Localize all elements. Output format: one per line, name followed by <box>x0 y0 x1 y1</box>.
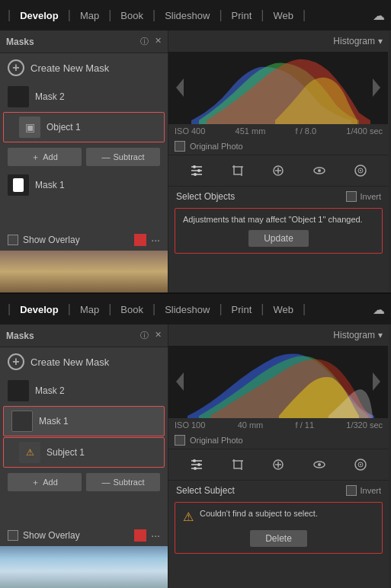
mask1-item-top[interactable]: Mask 1 <box>0 171 168 200</box>
overlay-color-bottom[interactable] <box>134 529 146 542</box>
subtract-btn-bottom[interactable]: — Subtract <box>86 473 160 491</box>
radial-icon-bottom[interactable] <box>350 454 371 475</box>
show-overlay-label-top: Show Overlay <box>23 235 130 245</box>
mask1-item-bottom[interactable]: Mask 1 <box>3 406 165 436</box>
nav-item-map-b[interactable]: Map <box>74 301 105 318</box>
tool-icons-row-bottom <box>168 449 389 481</box>
exif-aperture-top: f / 8.0 <box>296 126 317 136</box>
original-photo-checkbox-bottom[interactable] <box>175 435 185 446</box>
show-overlay-checkbox-top[interactable] <box>8 235 18 245</box>
subtract-label-bottom: Subtract <box>114 478 145 487</box>
show-overlay-label-bottom: Show Overlay <box>23 530 130 541</box>
nav-item-book[interactable]: Book <box>114 7 149 24</box>
nav-item-develop-b[interactable]: Develop <box>14 301 65 318</box>
plus-circle-bottom: + <box>8 353 24 370</box>
overlay-dots-top[interactable]: ··· <box>151 234 160 246</box>
histogram-header-top: Histogram ▾ <box>168 30 389 52</box>
subtract-label-top: Subtract <box>114 152 145 161</box>
masks-close-icon-b[interactable]: ✕ <box>155 330 162 341</box>
tool-icons-row-top <box>168 155 389 187</box>
histogram-canvas-bottom <box>168 346 388 418</box>
original-photo-checkbox-top[interactable] <box>175 141 185 152</box>
select-subject-header-bottom: Select Subject Invert <box>168 481 389 499</box>
subtract-btn-top[interactable]: — Subtract <box>86 148 160 166</box>
subject1-item-bottom[interactable]: ⚠ Subject 1 <box>3 437 165 468</box>
invert-checkbox-top[interactable] <box>346 191 357 202</box>
nav-item-slideshow-top[interactable]: Slideshow <box>159 7 216 24</box>
invert-label-bottom: Invert <box>360 486 381 495</box>
radial-icon-top[interactable] <box>350 160 371 181</box>
invert-label-top: Invert <box>360 192 381 201</box>
add-subtract-row-bottom: ＋ Add — Subtract <box>0 468 168 496</box>
overlay-dots-bottom[interactable]: ··· <box>151 529 160 542</box>
nav-item-print[interactable]: Print <box>226 7 258 24</box>
nav-item-map[interactable]: Map <box>74 7 105 24</box>
histogram-arrow-top[interactable]: ▾ <box>378 36 383 46</box>
exif-row-bottom: ISO 100 40 mm f / 11 1/320 sec <box>168 418 389 432</box>
nav-sep-1-b: | <box>68 302 71 316</box>
eye-icon-top[interactable] <box>309 160 330 181</box>
original-photo-row-top: Original Photo <box>168 138 389 155</box>
masks-info-icon[interactable]: ⓘ <box>140 36 149 47</box>
nav-item-web-b[interactable]: Web <box>267 301 300 318</box>
add-icon-top: ＋ <box>31 152 40 163</box>
image-preview-top <box>0 251 168 292</box>
nav-item-web[interactable]: Web <box>267 7 300 24</box>
notification-btn-row-bottom: Delete <box>183 530 374 547</box>
nav-separator-left-b: | <box>8 302 11 316</box>
add-subtract-row-top: ＋ Add — Subtract <box>0 143 168 171</box>
show-overlay-checkbox-bottom[interactable] <box>8 530 18 541</box>
histogram-title-bottom: Histogram <box>333 330 375 340</box>
exif-aperture-bottom: f / 11 <box>296 420 314 430</box>
top-left-panel: Masks ⓘ ✕ + Create New Mask Mask 2 ▣ Obj… <box>0 30 168 292</box>
warning-icon-bottom: ⚠ <box>183 510 194 524</box>
overlay-color-top[interactable] <box>134 234 146 246</box>
cloud-icon[interactable]: ☁ <box>373 8 385 23</box>
masks-info-icon-b[interactable]: ⓘ <box>140 330 149 341</box>
show-overlay-row-top: Show Overlay ··· <box>0 229 168 251</box>
nav-sep-3: | <box>152 8 155 22</box>
sliders-icon-top[interactable] <box>186 160 207 181</box>
mask2-item-bottom[interactable]: Mask 2 <box>0 376 168 405</box>
top-right-panel: Histogram ▾ ISO 400 451 <box>168 30 389 292</box>
nav-item-slideshow-bottom[interactable]: Slideshow <box>159 301 216 318</box>
histogram-arrow-bottom[interactable]: ▾ <box>378 330 383 340</box>
nav-sep-2: | <box>108 8 111 22</box>
nav-item-print-b[interactable]: Print <box>226 301 258 318</box>
invert-row-top: Invert <box>346 191 381 202</box>
nav-separator-left: | <box>8 8 11 22</box>
add-btn-bottom[interactable]: ＋ Add <box>8 473 82 491</box>
cloud-icon-b[interactable]: ☁ <box>373 302 385 317</box>
heal-icon-bottom[interactable] <box>268 454 289 475</box>
heal-icon-top[interactable] <box>268 160 289 181</box>
sliders-icon-bottom[interactable] <box>186 454 207 475</box>
nav-sep-3-b: | <box>152 302 155 316</box>
svg-point-28 <box>193 459 196 462</box>
object1-item-top[interactable]: ▣ Object 1 <box>3 112 165 142</box>
add-btn-top[interactable]: ＋ Add <box>8 148 82 166</box>
invert-checkbox-bottom[interactable] <box>346 485 357 496</box>
top-panel: | Develop | Map | Book | Slideshow | Pri… <box>0 0 391 294</box>
create-new-mask-label-top: Create New Mask <box>30 62 109 74</box>
masks-close-icon[interactable]: ✕ <box>155 36 162 47</box>
mask2-item-top[interactable]: Mask 2 <box>0 82 168 111</box>
create-new-mask-btn-top[interactable]: + Create New Mask <box>0 53 168 82</box>
plus-circle-top: + <box>8 59 24 76</box>
delete-btn-bottom[interactable]: Delete <box>250 530 307 547</box>
histogram-canvas-top <box>168 52 388 124</box>
eye-icon-bottom[interactable] <box>309 454 330 475</box>
subject1-label-bottom: Subject 1 <box>46 447 85 458</box>
update-btn-top[interactable]: Update <box>248 230 309 247</box>
original-photo-row-bottom: Original Photo <box>168 432 389 449</box>
masks-header-icons-bottom: ⓘ ✕ <box>140 330 162 341</box>
add-icon-bottom: ＋ <box>31 477 40 488</box>
masks-header-top: Masks ⓘ ✕ <box>0 30 168 53</box>
bottom-left-panel: Masks ⓘ ✕ + Create New Mask Mask 2 Mask … <box>0 324 168 588</box>
create-new-mask-btn-bottom[interactable]: + Create New Mask <box>0 347 168 376</box>
crop-icon-bottom[interactable] <box>227 454 248 475</box>
nav-item-develop[interactable]: Develop <box>14 7 65 24</box>
nav-item-book-b[interactable]: Book <box>114 301 149 318</box>
crop-icon-top[interactable] <box>227 160 248 181</box>
svg-point-18 <box>318 169 321 172</box>
histogram-title-top: Histogram <box>333 36 375 46</box>
